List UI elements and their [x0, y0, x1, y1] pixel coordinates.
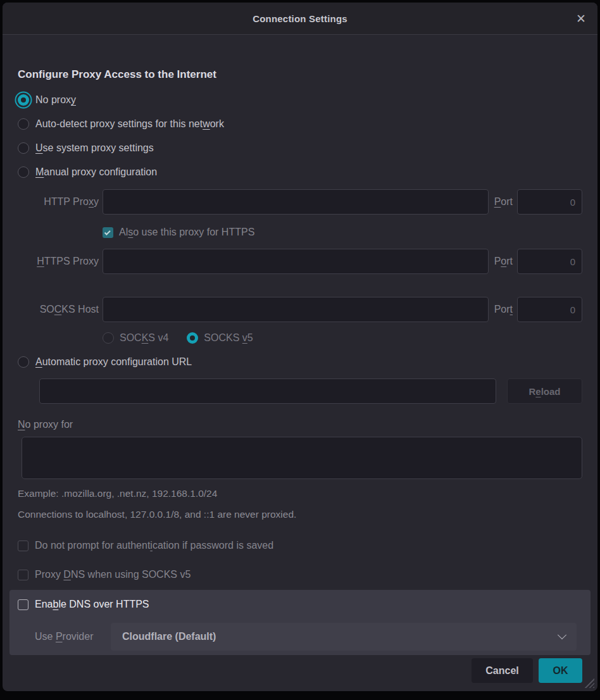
reload-button[interactable]: Reload: [507, 378, 582, 404]
no-proxy-for-textarea[interactable]: [22, 437, 582, 479]
dialog-footer: Cancel OK: [18, 658, 582, 683]
also-https-row[interactable]: Also use this proxy for HTTPS: [103, 227, 582, 238]
http-proxy-row: HTTP Proxy Port: [18, 189, 582, 215]
also-https-checkbox[interactable]: [103, 227, 113, 238]
https-proxy-label[interactable]: HTTPS Proxy: [18, 256, 103, 267]
also-https-label[interactable]: Also use this proxy for HTTPS: [119, 227, 254, 238]
ok-button[interactable]: OK: [539, 658, 582, 683]
dialog-title: Connection Settings: [253, 13, 347, 24]
radio-manual[interactable]: [18, 166, 29, 178]
radio-socks-v5-label[interactable]: SOCKS v5: [204, 332, 253, 344]
connection-settings-dialog: Connection Settings ✕ Configure Proxy Ac…: [3, 3, 597, 691]
proxy-dns-label[interactable]: Proxy DNS when using SOCKS v5: [35, 569, 191, 580]
no-proxy-for-label[interactable]: No proxy for: [18, 418, 582, 432]
radio-auto-url[interactable]: [18, 356, 29, 368]
radio-socks-v4-label[interactable]: SOCKS v4: [120, 332, 168, 344]
radio-row-no-proxy[interactable]: No proxy: [18, 88, 582, 112]
radio-no-proxy[interactable]: [18, 94, 29, 106]
radio-use-system-label[interactable]: Use system proxy settings: [35, 142, 154, 154]
no-prompt-auth-row[interactable]: Do not prompt for authentication if pass…: [18, 539, 582, 552]
proxy-dns-row[interactable]: Proxy DNS when using SOCKS v5: [18, 568, 582, 581]
socks-host-label[interactable]: SOCKS Host: [18, 304, 103, 315]
chevron-down-icon: [558, 630, 566, 639]
http-port-label[interactable]: Port: [494, 196, 513, 208]
http-proxy-label[interactable]: HTTP Proxy: [18, 196, 103, 208]
close-icon[interactable]: ✕: [576, 3, 586, 34]
page-title: Configure Proxy Access to the Internet: [18, 68, 582, 82]
checkmark-icon: [104, 228, 111, 235]
provider-row: Use Provider Cloudflare (Default): [18, 623, 591, 651]
doh-checkbox[interactable]: [18, 599, 28, 610]
no-proxy-example-text: Example: .mozilla.org, .net.nz, 192.168.…: [18, 487, 582, 500]
radio-socks-v4[interactable]: [103, 332, 114, 344]
radio-row-use-system[interactable]: Use system proxy settings: [18, 136, 582, 160]
no-prompt-auth-checkbox[interactable]: [18, 541, 28, 551]
radio-row-auto-detect[interactable]: Auto-detect proxy settings for this netw…: [18, 112, 582, 136]
provider-selected-value: Cloudflare (Default): [122, 631, 216, 642]
localhost-note-text: Connections to localhost, 127.0.0.1/8, a…: [18, 508, 582, 521]
no-prompt-auth-label[interactable]: Do not prompt for authentication if pass…: [35, 540, 273, 551]
radio-manual-label[interactable]: Manual proxy configuration: [35, 166, 157, 178]
radio-auto-url-label[interactable]: Automatic proxy configuration URL: [35, 356, 192, 368]
doh-panel: Enable DNS over HTTPS Use Provider Cloud…: [9, 590, 591, 655]
http-port-input[interactable]: [517, 189, 582, 215]
dialog-titlebar: Connection Settings ✕: [3, 3, 597, 35]
radio-auto-detect-label[interactable]: Auto-detect proxy settings for this netw…: [35, 118, 224, 130]
auto-url-row: Reload: [39, 378, 582, 404]
socks-port-label[interactable]: Port: [494, 304, 513, 315]
socks-host-row: SOCKS Host Port: [18, 297, 582, 322]
provider-dropdown[interactable]: Cloudflare (Default): [111, 623, 577, 651]
socks-port-input[interactable]: [517, 297, 582, 322]
socks-host-input[interactable]: [103, 297, 489, 322]
proxy-dns-checkbox[interactable]: [18, 570, 28, 580]
doh-label[interactable]: Enable DNS over HTTPS: [35, 599, 149, 610]
https-proxy-input[interactable]: [103, 249, 489, 274]
cancel-button[interactable]: Cancel: [472, 658, 533, 683]
https-proxy-row: HTTPS Proxy Port: [18, 249, 582, 274]
https-port-label[interactable]: Port: [494, 256, 513, 267]
doh-row[interactable]: Enable DNS over HTTPS: [18, 598, 591, 611]
radio-socks-v5[interactable]: [187, 332, 198, 344]
radio-row-manual[interactable]: Manual proxy configuration: [18, 160, 582, 184]
radio-no-proxy-label[interactable]: No proxy: [35, 94, 76, 106]
dialog-body: Configure Proxy Access to the Internet N…: [3, 35, 597, 691]
radio-use-system[interactable]: [18, 142, 29, 154]
auto-url-input[interactable]: [39, 378, 496, 404]
socks-version-row: SOCKS v4 SOCKS v5: [103, 328, 582, 348]
radio-row-auto-url[interactable]: Automatic proxy configuration URL: [18, 351, 582, 373]
http-proxy-input[interactable]: [103, 189, 489, 215]
https-port-input[interactable]: [517, 249, 582, 274]
provider-label[interactable]: Use Provider: [35, 631, 111, 642]
radio-auto-detect[interactable]: [18, 118, 29, 130]
